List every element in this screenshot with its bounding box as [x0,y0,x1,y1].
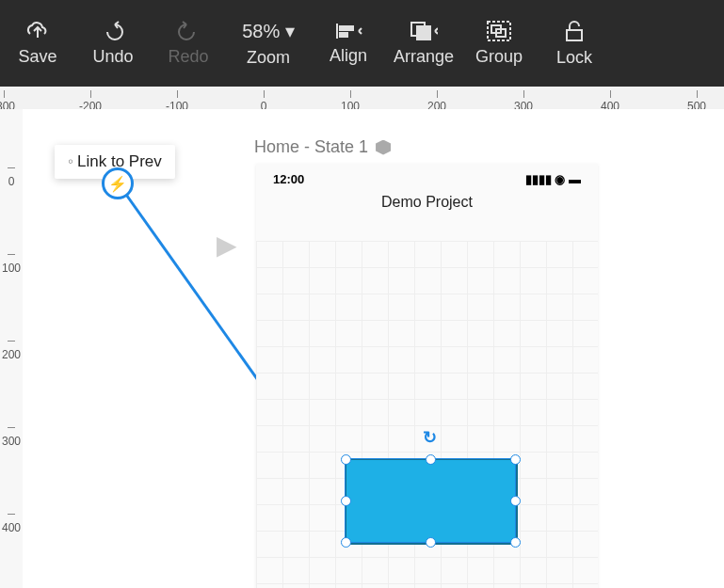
status-icons: ▮▮▮▮ ◉ ▬ [525,172,581,186]
zoom-dropdown[interactable]: 58% ▾ Zoom [226,0,311,87]
resize-handle-sw[interactable] [341,537,351,548]
arrange-dropdown[interactable]: Arrange [386,0,461,87]
hruler-tick: 300 [505,87,542,110]
status-time: 12:00 [273,172,304,186]
project-title: Demo Project [256,194,598,224]
hruler-tick: 100 [331,87,369,110]
arrange-icon [410,21,438,41]
undo-button[interactable]: Undo [75,0,151,87]
hruler-tick: 0 [245,87,282,110]
vruler-tick: 300 [0,421,23,448]
zoom-label: Zoom [247,48,290,68]
vruler-tick: 0 [0,162,23,188]
resize-handle-w[interactable] [341,496,351,506]
group-icon [487,21,511,41]
flow-arrow-icon[interactable]: ▶ [217,230,237,261]
lock-open-icon [564,20,585,42]
save-button[interactable]: Save [0,0,75,87]
save-label: Save [18,47,56,67]
rotate-handle[interactable]: ↻ [423,427,437,448]
page-state-icon[interactable] [376,140,391,155]
resize-handle-n[interactable] [426,454,436,465]
status-bar: 12:00 ▮▮▮▮ ◉ ▬ [256,164,598,194]
resize-handle-nw[interactable] [341,454,351,465]
zoom-value: 58% ▾ [242,20,295,42]
toolbar: Save Undo Redo 58% ▾ Zoom Align Arrange … [0,0,724,87]
signal-icon: ▮▮▮▮ [525,172,552,186]
resize-handle-se[interactable] [510,537,521,548]
resize-handle-e[interactable] [510,496,521,506]
undo-label: Undo [92,47,133,67]
hruler-tick: -100 [158,87,196,110]
canvas[interactable]: Home - State 1 12:00 ▮▮▮▮ ◉ ▬ Demo Proje… [23,109,724,588]
redo-button[interactable]: Redo [151,0,226,87]
arrange-label: Arrange [394,47,454,67]
page-name: Home - State 1 [254,137,368,157]
hruler-tick: 500 [678,87,716,110]
lock-button[interactable]: Lock [537,0,612,87]
hruler-tick: -300 [0,87,23,110]
selection-outline [345,458,516,543]
lock-label: Lock [556,48,592,68]
group-button[interactable]: Group [461,0,537,87]
wifi-icon: ◉ [555,172,565,186]
hruler-tick: 400 [591,87,629,110]
resize-handle-s[interactable] [426,537,436,548]
link-target-icon: ◦ [68,152,73,170]
vruler-tick: 100 [0,248,23,275]
resize-handle-ne[interactable] [510,454,521,465]
page-label[interactable]: Home - State 1 [254,137,391,157]
undo-icon [102,21,124,41]
vertical-ruler[interactable]: 0100200300400500 [0,109,24,588]
lightning-icon: ⚡ [108,175,127,193]
group-label: Group [475,47,523,67]
svg-rect-1 [417,26,430,40]
hruler-tick: -200 [72,87,109,110]
align-dropdown[interactable]: Align [311,0,386,87]
cloud-upload-icon [25,21,50,41]
hruler-tick: 200 [418,87,456,110]
battery-icon: ▬ [569,172,581,186]
align-left-icon [334,22,362,40]
interaction-badge[interactable]: ⚡ [102,167,134,199]
vruler-tick: 200 [0,335,23,361]
vruler-tick: 400 [0,508,23,534]
horizontal-ruler[interactable]: -300-200-1000100200300400500 [0,87,724,110]
align-label: Align [330,46,367,66]
redo-icon [177,21,200,41]
redo-label: Redo [168,47,208,67]
